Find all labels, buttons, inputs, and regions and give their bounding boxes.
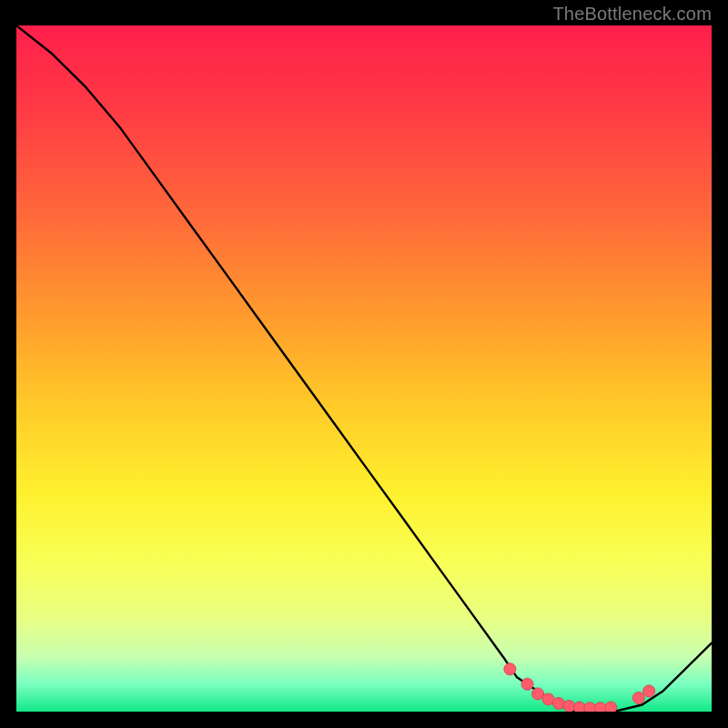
bottleneck-curve — [16, 25, 712, 712]
highlight-dot — [532, 688, 544, 700]
highlight-dot — [632, 692, 644, 703]
highlight-dots — [504, 663, 655, 712]
plot-area — [16, 25, 712, 712]
highlight-dot — [521, 678, 533, 690]
chart-frame: TheBottleneck.com — [0, 0, 728, 728]
highlight-dot — [563, 701, 575, 713]
highlight-dot — [643, 685, 655, 697]
highlight-dot — [573, 702, 585, 712]
highlight-dot — [584, 703, 596, 712]
highlight-dot — [504, 663, 516, 675]
curve-layer — [16, 25, 712, 712]
highlight-dot — [552, 698, 564, 710]
highlight-dot — [605, 702, 617, 712]
attribution-text: TheBottleneck.com — [552, 4, 712, 25]
